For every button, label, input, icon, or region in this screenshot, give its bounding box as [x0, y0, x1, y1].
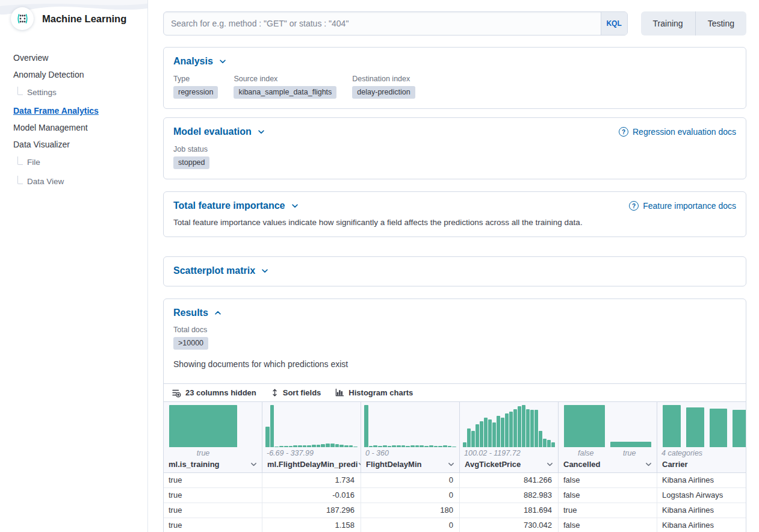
histogram-charts-button[interactable]: Histogram charts	[335, 388, 413, 397]
table-cell[interactable]: 0	[361, 518, 460, 532]
field-label: Destination index	[352, 75, 415, 83]
chevron-down-icon	[250, 460, 258, 468]
table-cell[interactable]: true	[164, 518, 262, 532]
histogram-bar	[733, 410, 746, 447]
histogram-bar	[335, 444, 339, 447]
column-header-flightdelaymin: 0 - 360FlightDelayMin	[361, 402, 460, 472]
feature-importance-accordion-toggle[interactable]: Total feature importance	[173, 200, 299, 211]
sidebar-item-overview[interactable]: Overview	[13, 53, 147, 63]
table-cell[interactable]: true	[164, 503, 262, 518]
table-cell[interactable]: false	[559, 518, 657, 532]
table-cell[interactable]: 841.266	[460, 473, 559, 487]
histogram-bar	[448, 446, 452, 447]
regression-evaluation-docs-link[interactable]: ? Regression evaluation docs	[619, 127, 736, 137]
table-cell[interactable]: Kibana Airlines	[657, 473, 746, 487]
sidebar-item-data-visualizer[interactable]: Data Visualizer	[13, 140, 147, 149]
column-name-label: Cancelled	[563, 460, 600, 469]
histogram-bar	[383, 445, 387, 447]
histogram-bar-label: true	[169, 449, 237, 457]
table-cell[interactable]: true	[164, 473, 262, 487]
table-cell[interactable]: 882.983	[460, 488, 559, 503]
job-status-badge: stopped	[173, 156, 209, 169]
table-row: true-0.0160882.983falseLogstash Airways	[164, 488, 746, 503]
analysis-field: Typeregression	[173, 75, 218, 99]
table-cell[interactable]: 1.734	[262, 473, 361, 487]
search-bar: KQL	[163, 11, 628, 36]
analysis-accordion-toggle[interactable]: Analysis	[173, 56, 227, 67]
table-cell[interactable]: 181.694	[460, 503, 559, 518]
histogram-bar	[434, 446, 438, 447]
column-name-button[interactable]: ml.FlightDelayMin_predi	[262, 458, 361, 471]
results-panel: Results Total docs >10000 Showing docume…	[163, 298, 746, 532]
histogram-labels: -6.69 - 337.99	[262, 447, 361, 458]
table-cell[interactable]: false	[559, 473, 657, 487]
app-title: Machine Learning	[42, 13, 126, 25]
sidebar-item-data-frame-analytics[interactable]: Data Frame Analytics	[13, 106, 147, 116]
column-histogram-chart	[262, 405, 361, 447]
histogram-bar	[270, 405, 274, 447]
table-cell[interactable]: 0	[361, 473, 460, 487]
feature-importance-docs-link[interactable]: ? Feature importance docs	[629, 201, 736, 211]
sidebar-item-model-management[interactable]: Model Management	[13, 123, 147, 132]
histogram-bar	[543, 439, 547, 447]
column-name-button[interactable]: Carrier	[657, 458, 746, 471]
histogram-icon	[335, 388, 344, 397]
topbar: KQL Training Testing	[163, 11, 746, 36]
sidebar-item-settings[interactable]: Settings	[13, 87, 147, 99]
table-cell[interactable]: 1.158	[262, 518, 361, 532]
table-cell[interactable]: 187.296	[262, 503, 361, 518]
chevron-down-icon	[645, 460, 652, 468]
table-cell[interactable]: Kibana Airlines	[657, 503, 746, 518]
histogram-bar	[339, 445, 344, 447]
column-name-button[interactable]: AvgTicketPrice	[460, 458, 558, 471]
table-cell[interactable]: 0	[361, 488, 460, 503]
column-name-button[interactable]: FlightDelayMin	[361, 458, 459, 471]
main-content: KQL Training Testing Analysis Typeregres…	[148, 0, 759, 532]
chevron-down-icon	[218, 57, 227, 66]
sidebar-item-label: Data Visualizer	[13, 140, 70, 149]
histogram-bar	[410, 445, 415, 447]
table-cell[interactable]: 730.042	[460, 518, 559, 532]
histogram-bar	[326, 444, 330, 447]
sidebar-item-file[interactable]: File	[13, 156, 147, 169]
histogram-bar	[539, 431, 542, 447]
model-evaluation-accordion-toggle[interactable]: Model evaluation	[173, 126, 265, 137]
sidebar-item-anomaly-detection[interactable]: Anomaly Detection	[13, 70, 147, 79]
column-name-button[interactable]: Cancelled	[559, 458, 657, 471]
search-input[interactable]	[163, 11, 628, 36]
histogram-bar	[551, 442, 555, 447]
column-name-button[interactable]: ml.is_training	[164, 458, 262, 471]
kql-language-button[interactable]: KQL	[601, 12, 627, 35]
scatterplot-title: Scatterplot matrix	[173, 265, 255, 276]
histogram-bar	[480, 421, 483, 447]
table-cell[interactable]: true	[559, 503, 657, 518]
results-title: Results	[173, 308, 208, 318]
testing-button[interactable]: Testing	[695, 11, 746, 36]
histogram-bar	[452, 447, 456, 447]
showing-documents-text: Showing documents for which predictions …	[173, 359, 736, 369]
sidebar-item-data-view[interactable]: Data View	[13, 176, 147, 188]
training-button[interactable]: Training	[641, 11, 695, 36]
histogram-bar	[303, 445, 307, 447]
chevron-down-icon	[257, 128, 265, 136]
sidebar: Machine Learning OverviewAnomaly Detecti…	[0, 0, 148, 532]
field-value-badge: delay-prediction	[352, 86, 415, 99]
columns-hidden-button[interactable]: 23 columns hidden	[172, 388, 256, 398]
table-cell[interactable]: false	[559, 488, 657, 503]
sidebar-item-label: Overview	[13, 53, 48, 63]
scatterplot-accordion-toggle[interactable]: Scatterplot matrix	[173, 265, 269, 276]
machine-learning-app-icon	[11, 7, 34, 30]
results-accordion-toggle[interactable]: Results	[173, 308, 222, 318]
table-cell[interactable]: -0.016	[262, 488, 361, 503]
table-cell[interactable]: true	[164, 488, 262, 503]
histogram-bar	[397, 445, 401, 448]
histogram-bar	[317, 445, 321, 447]
sidebar-item-label: Model Management	[13, 123, 88, 132]
table-cell[interactable]: 180	[361, 503, 460, 518]
histogram-bar	[312, 445, 316, 447]
table-cell[interactable]: Kibana Airlines	[657, 518, 746, 532]
table-cell[interactable]: Logstash Airways	[657, 488, 746, 503]
sidebar-header: Machine Learning	[0, 0, 147, 30]
histogram-labels: 100.02 - 1197.72	[460, 447, 558, 458]
sort-fields-button[interactable]: Sort fields	[271, 388, 321, 397]
